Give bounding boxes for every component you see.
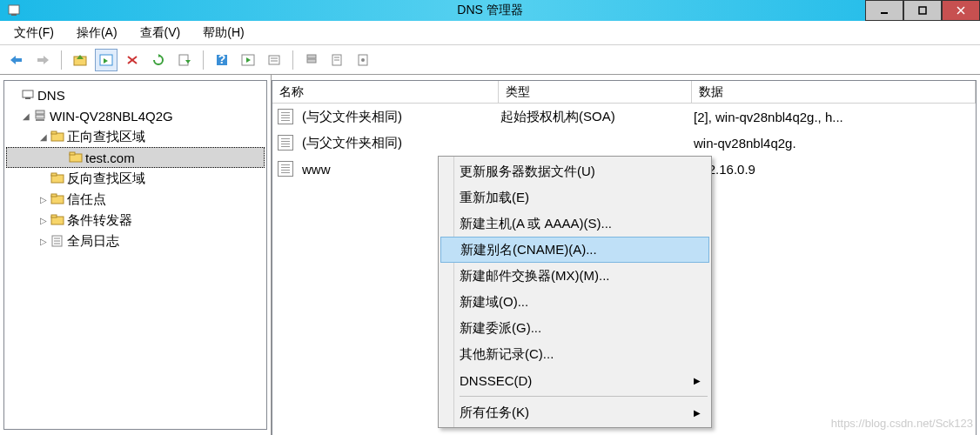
svg-rect-37 <box>36 119 44 121</box>
svg-rect-1 <box>11 14 17 16</box>
up-level-button[interactable] <box>69 49 91 71</box>
tree-global-log[interactable]: ▷ 全局日志 <box>6 231 265 251</box>
minimize-button[interactable] <box>865 0 903 21</box>
server-button[interactable] <box>300 49 323 71</box>
svg-rect-45 <box>51 194 57 197</box>
record-icon <box>278 109 293 124</box>
cell-type: 起始授权机构(SOA) <box>495 109 688 125</box>
menu-separator <box>460 396 708 397</box>
toolbar-separator <box>61 50 62 70</box>
cell-data: 172.16.0.9 <box>688 162 976 177</box>
menu-item[interactable]: 其他新记录(C)... <box>440 341 709 367</box>
menu-view[interactable]: 查看(V) <box>135 23 186 43</box>
dns-icon <box>20 87 36 103</box>
action-button[interactable] <box>237 49 259 71</box>
menu-item[interactable]: 新建域(O)... <box>440 289 709 315</box>
menu-item[interactable]: 更新服务器数据文件(U) <box>440 158 709 184</box>
refresh-button[interactable] <box>147 49 170 71</box>
tree-forward-zone[interactable]: ◢ 正向查找区域 <box>6 126 265 147</box>
svg-rect-7 <box>15 58 22 62</box>
help-button[interactable]: ? <box>211 49 233 71</box>
window-title: DNS 管理器 <box>457 3 522 18</box>
svg-rect-43 <box>51 173 57 176</box>
app-icon <box>7 3 21 17</box>
svg-rect-47 <box>51 215 57 218</box>
toolbar-separator <box>203 50 204 70</box>
export-button[interactable] <box>173 49 196 71</box>
log-icon <box>50 233 65 249</box>
svg-rect-41 <box>70 152 75 155</box>
svg-rect-34 <box>25 97 30 99</box>
context-menu: 更新服务器数据文件(U)重新加载(E)新建主机(A 或 AAAA)(S)...新… <box>438 156 712 428</box>
toolbar-separator <box>292 50 293 70</box>
svg-rect-23 <box>269 56 279 64</box>
svg-rect-9 <box>37 58 44 62</box>
menu-bar: 文件(F) 操作(A) 查看(V) 帮助(H) <box>0 21 980 45</box>
submenu-arrow-icon: ▶ <box>694 408 701 418</box>
col-data[interactable]: 数据 <box>692 81 976 103</box>
maximize-button[interactable] <box>903 0 942 21</box>
menu-item[interactable]: 新建委派(G)... <box>440 315 709 341</box>
menu-item[interactable]: DNSSEC(D)▶ <box>440 367 709 393</box>
record-icon <box>278 135 293 151</box>
cell-data: win-qv28nbl4q2g. <box>688 136 976 151</box>
window-controls <box>865 0 980 21</box>
watermark: https://blog.csdn.net/Sck123 <box>831 417 973 430</box>
menu-item[interactable]: 新建邮件交换器(MX)(M)... <box>440 263 709 289</box>
server-icon <box>32 108 48 124</box>
expand-icon[interactable]: ▷ <box>37 237 50 246</box>
svg-point-32 <box>361 58 365 62</box>
title-bar: DNS 管理器 <box>0 0 980 21</box>
tool-button[interactable] <box>352 49 375 71</box>
svg-rect-26 <box>307 55 316 58</box>
list-header: 名称 类型 数据 <box>272 81 976 104</box>
svg-rect-36 <box>36 115 44 118</box>
svg-rect-3 <box>919 7 926 14</box>
folder-icon <box>68 150 84 165</box>
collapse-icon[interactable]: ◢ <box>37 132 50 142</box>
tree-server[interactable]: ◢ WIN-QV28NBL4Q2G <box>6 105 265 126</box>
tree-cond-forwarders[interactable]: ▷ 条件转发器 <box>6 210 265 231</box>
list-row[interactable]: (与父文件夹相同)win-qv28nbl4q2g. <box>272 130 976 156</box>
col-name[interactable]: 名称 <box>272 81 499 103</box>
tree-reverse-zone[interactable]: 反向查找区域 <box>6 168 265 189</box>
delete-button[interactable] <box>121 49 144 71</box>
nav-forward-button[interactable] <box>31 49 54 71</box>
filter-button[interactable] <box>263 49 285 71</box>
expand-icon[interactable]: ▷ <box>37 216 50 225</box>
collapse-icon[interactable]: ◢ <box>20 111 32 121</box>
cell-data: [2], win-qv28nbl4q2g., h... <box>688 110 976 124</box>
menu-item[interactable]: 新建别名(CNAME)(A)... <box>440 237 709 263</box>
menu-item[interactable]: 重新加载(E) <box>440 184 709 211</box>
nav-back-button[interactable] <box>5 49 28 71</box>
tree-test-zone[interactable]: test.com <box>6 147 265 168</box>
folder-icon <box>50 191 65 207</box>
folder-icon <box>50 129 65 144</box>
list-row[interactable]: (与父文件夹相同)起始授权机构(SOA)[2], win-qv28nbl4q2g… <box>272 104 976 130</box>
cell-name: (与父文件夹相同) <box>297 109 495 125</box>
record-icon <box>278 161 293 177</box>
tree-trust-points[interactable]: ▷ 信任点 <box>6 189 265 210</box>
menu-action[interactable]: 操作(A) <box>71 23 123 43</box>
toolbar: ? <box>0 45 980 75</box>
svg-rect-0 <box>9 5 19 14</box>
svg-text:?: ? <box>218 53 226 66</box>
menu-help[interactable]: 帮助(H) <box>198 23 249 43</box>
tree-root-dns[interactable]: DNS <box>6 84 265 105</box>
folder-icon <box>50 171 65 186</box>
expand-icon[interactable]: ▷ <box>37 195 50 204</box>
svg-rect-39 <box>51 131 57 134</box>
log-button[interactable] <box>326 49 349 71</box>
menu-item[interactable]: 新建主机(A 或 AAAA)(S)... <box>440 211 709 237</box>
submenu-arrow-icon: ▶ <box>694 376 701 385</box>
cell-name: (与父文件夹相同) <box>297 135 495 151</box>
properties-button[interactable] <box>95 49 117 71</box>
col-type[interactable]: 类型 <box>499 81 692 103</box>
svg-rect-33 <box>23 90 33 97</box>
tree-panel: DNS ◢ WIN-QV28NBL4Q2G ◢ 正向查找区域 test.com … <box>0 75 272 435</box>
menu-item[interactable]: 所有任务(K)▶ <box>440 399 709 425</box>
svg-rect-27 <box>307 59 316 63</box>
menu-file[interactable]: 文件(F) <box>9 23 59 43</box>
svg-rect-35 <box>36 110 44 114</box>
close-button[interactable] <box>942 0 980 21</box>
